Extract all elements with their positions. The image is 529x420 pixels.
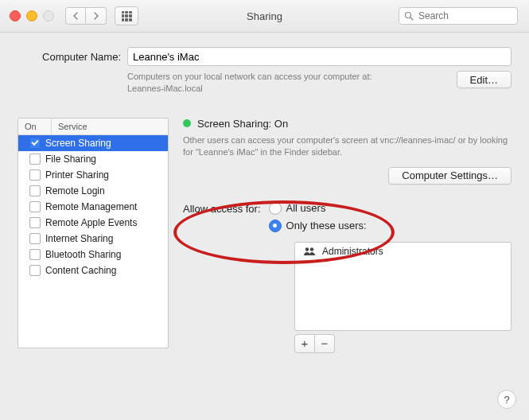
service-checkbox[interactable] <box>29 265 41 276</box>
computer-settings-button[interactable]: Computer Settings… <box>388 167 511 185</box>
service-checkbox[interactable] <box>29 169 41 181</box>
svg-line-1 <box>410 18 413 20</box>
search-field[interactable] <box>399 7 518 25</box>
computer-name-input[interactable] <box>127 47 511 66</box>
status-dot-icon <box>183 119 191 127</box>
chevron-right-icon <box>93 12 99 20</box>
grid-icon <box>122 11 132 21</box>
minimize-icon[interactable] <box>26 10 37 21</box>
service-row[interactable]: Content Caching <box>18 262 168 278</box>
close-icon[interactable] <box>10 10 21 21</box>
service-row[interactable]: File Sharing <box>18 151 168 167</box>
service-label: Remote Apple Events <box>45 217 137 228</box>
service-row[interactable]: Screen Sharing <box>18 135 168 151</box>
edit-button[interactable]: Edit… <box>457 71 511 88</box>
service-row[interactable]: Remote Apple Events <box>18 215 168 231</box>
zoom-icon[interactable] <box>43 10 54 21</box>
services-header: On Service <box>18 119 168 135</box>
forward-button[interactable] <box>86 7 107 25</box>
header-service: Service <box>52 119 94 134</box>
service-checkbox[interactable] <box>29 154 41 165</box>
service-row[interactable]: Printer Sharing <box>18 167 168 183</box>
service-row[interactable]: Remote Login <box>18 183 168 199</box>
radio-only-label: Only these users: <box>286 220 367 231</box>
header-on: On <box>18 119 52 134</box>
service-label: Bluetooth Sharing <box>45 249 121 260</box>
service-label: Internet Sharing <box>45 233 113 244</box>
service-row[interactable]: Internet Sharing <box>18 231 168 247</box>
user-name: Administrators <box>322 246 383 257</box>
radio-only-these-users[interactable]: Only these users: <box>269 220 367 232</box>
computer-name-label: Computer Name: <box>18 51 121 63</box>
help-button[interactable]: ? <box>497 390 516 409</box>
users-icon <box>303 247 316 256</box>
radio-icon <box>269 220 282 232</box>
service-checkbox[interactable] <box>29 138 41 149</box>
svg-point-2 <box>305 247 309 251</box>
nav-buttons <box>65 7 107 25</box>
back-button[interactable] <box>65 7 86 25</box>
service-checkbox[interactable] <box>29 217 41 228</box>
status-description: Other users can access your computer's s… <box>183 134 511 159</box>
add-user-button[interactable]: + <box>294 334 315 353</box>
service-checkbox[interactable] <box>29 249 41 260</box>
radio-icon <box>269 202 282 215</box>
svg-point-0 <box>406 13 411 18</box>
search-input[interactable] <box>417 10 529 22</box>
show-all-button[interactable] <box>115 6 138 25</box>
allowed-users-list[interactable]: Administrators <box>294 242 511 331</box>
radio-all-label: All users <box>286 202 326 214</box>
search-icon <box>404 11 414 21</box>
titlebar: Sharing <box>0 0 529 33</box>
service-label: File Sharing <box>45 154 96 165</box>
svg-point-3 <box>310 247 313 251</box>
allow-access-label: Allow access for: <box>183 202 261 215</box>
service-label: Remote Login <box>45 185 105 196</box>
service-label: Content Caching <box>45 265 116 276</box>
service-label: Remote Management <box>45 201 137 212</box>
window-controls <box>10 10 54 21</box>
service-checkbox[interactable] <box>29 201 41 212</box>
service-label: Printer Sharing <box>45 169 109 181</box>
service-label: Screen Sharing <box>45 138 111 149</box>
service-row[interactable]: Bluetooth Sharing <box>18 247 168 262</box>
service-row[interactable]: Remote Management <box>18 199 168 215</box>
service-checkbox[interactable] <box>29 185 41 196</box>
services-table: On Service Screen SharingFile SharingPri… <box>18 118 169 348</box>
user-row[interactable]: Administrators <box>295 243 511 260</box>
service-checkbox[interactable] <box>29 233 41 244</box>
status-text: Screen Sharing: On <box>197 118 288 130</box>
window-title: Sharing <box>247 10 282 22</box>
computer-name-hint: Computers on your local network can acce… <box>127 71 457 95</box>
radio-all-users[interactable]: All users <box>269 202 367 215</box>
remove-user-button[interactable]: − <box>315 334 335 353</box>
chevron-left-icon <box>72 12 79 20</box>
